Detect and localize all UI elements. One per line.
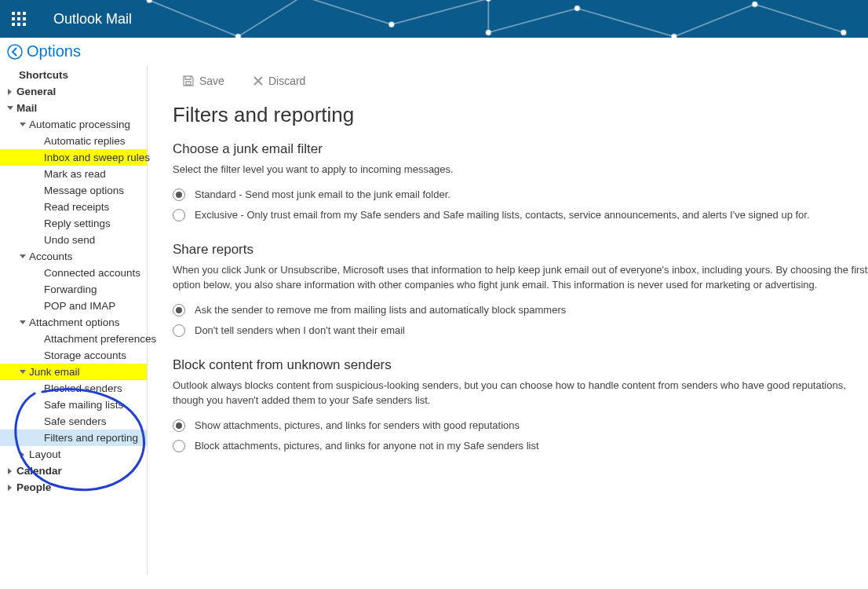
sidebar-safe-mailing-lists[interactable]: Safe mailing lists (0, 397, 147, 413)
sidebar-connected-accounts[interactable]: Connected accounts (0, 265, 147, 281)
options-back[interactable]: Options (0, 38, 868, 65)
svg-point-10 (147, 0, 151, 2)
sidebar-label: Inbox and sweep rules (44, 152, 150, 163)
waffle-icon (12, 12, 26, 26)
main-content: Save Discard Filters and reporting Choos… (148, 65, 868, 574)
sidebar-filters-reporting[interactable]: Filters and reporting (0, 430, 147, 446)
sidebar-storage-accounts[interactable]: Storage accounts (0, 347, 147, 364)
sidebar-label: Filters and reporting (44, 432, 138, 444)
back-arrow-icon (6, 43, 24, 60)
radio-standard[interactable]: Standard - Send most junk email to the j… (173, 188, 868, 201)
sidebar-label: Mail (16, 102, 37, 114)
radio-exclusive[interactable]: Exclusive - Only trust email from my Saf… (173, 209, 868, 221)
sidebar-accounts[interactable]: Accounts (0, 248, 147, 265)
header-network-decoration (141, 0, 868, 38)
sidebar-reply-settings[interactable]: Reply settings (0, 215, 147, 232)
sidebar-forwarding[interactable]: Forwarding (0, 281, 147, 298)
radio-icon (173, 419, 185, 432)
sidebar-shortcuts[interactable]: Shortcuts (0, 67, 147, 83)
svg-point-25 (753, 2, 757, 6)
radio-icon (173, 209, 185, 221)
save-button[interactable]: Save (182, 75, 224, 87)
sidebar-people[interactable]: People (0, 479, 147, 496)
caret-right-icon (6, 467, 14, 475)
sidebar-read-receipts[interactable]: Read receipts (0, 199, 147, 215)
sidebar-calendar[interactable]: Calendar (0, 463, 147, 479)
section-share-reports-heading: Share reports (173, 242, 868, 258)
sidebar-pop-imap[interactable]: POP and IMAP (0, 298, 147, 314)
svg-line-14 (303, 0, 392, 24)
sidebar-label: Connected accounts (44, 267, 140, 279)
sidebar-label: Reply settings (44, 218, 111, 229)
radio-block-show[interactable]: Show attachments, pictures, and links fo… (173, 419, 868, 432)
sidebar-junk-email[interactable]: Junk email (0, 364, 147, 380)
sidebar-label: People (16, 481, 51, 493)
sidebar-general[interactable]: General (0, 83, 147, 100)
caret-down-icon (19, 121, 27, 129)
svg-rect-4 (17, 17, 20, 20)
section-block-content-heading: Block content from unknown senders (173, 357, 868, 373)
sidebar-label: Junk email (29, 366, 80, 378)
svg-line-22 (577, 9, 673, 37)
sidebar-blocked-senders[interactable]: Blocked senders (0, 380, 147, 397)
svg-rect-6 (12, 23, 15, 26)
sidebar-inbox-sweep-rules[interactable]: Inbox and sweep rules (0, 149, 147, 166)
radio-share-dont[interactable]: Don't tell senders when I don't want the… (173, 324, 868, 337)
svg-rect-1 (17, 12, 20, 15)
svg-line-16 (392, 0, 488, 24)
caret-down-icon (6, 104, 14, 112)
svg-rect-7 (17, 23, 20, 26)
sidebar-safe-senders[interactable]: Safe senders (0, 413, 147, 430)
radio-share-ask[interactable]: Ask the sender to remove me from mailing… (173, 304, 868, 316)
sidebar-tree: Shortcuts General Mail Automatic process… (0, 65, 148, 574)
sidebar-mail[interactable]: Mail (0, 100, 147, 116)
caret-right-icon (6, 484, 14, 492)
svg-line-9 (149, 0, 238, 36)
svg-rect-0 (12, 12, 15, 15)
caret-right-icon (6, 88, 14, 96)
svg-line-12 (238, 0, 302, 37)
discard-button[interactable]: Discard (253, 75, 305, 87)
app-launcher-button[interactable] (0, 0, 38, 38)
sidebar-mark-as-read[interactable]: Mark as read (0, 166, 147, 182)
section-share-reports-desc: When you click Junk or Unsubscribe, Micr… (173, 262, 868, 293)
sidebar-label: Mark as read (44, 168, 106, 180)
svg-rect-3 (12, 17, 15, 20)
caret-right-icon (19, 451, 27, 459)
page-title: Filters and reporting (173, 103, 868, 127)
sidebar-layout[interactable]: Layout (0, 446, 147, 463)
sidebar-automatic-replies[interactable]: Automatic replies (0, 133, 147, 149)
sidebar-label: Storage accounts (44, 349, 126, 361)
svg-line-26 (755, 4, 844, 32)
radio-label: Exclusive - Only trust email from my Saf… (195, 209, 810, 221)
radio-icon (173, 188, 185, 201)
toolbar: Save Discard (173, 75, 868, 87)
svg-point-15 (389, 22, 394, 27)
sidebar-message-options[interactable]: Message options (0, 182, 147, 199)
sidebar-label: Automatic processing (29, 119, 130, 130)
sidebar-label: Read receipts (44, 201, 109, 213)
sidebar-label: POP and IMAP (44, 300, 115, 312)
sidebar-automatic-processing[interactable]: Automatic processing (0, 116, 147, 133)
radio-block-block[interactable]: Block attachments, pictures, and links f… (173, 440, 868, 452)
sidebar-label: Message options (44, 185, 124, 196)
options-label: Options (27, 42, 81, 60)
sidebar-label: Accounts (29, 251, 73, 262)
svg-point-27 (841, 30, 846, 35)
svg-point-23 (672, 34, 677, 38)
sidebar-label: Calendar (16, 465, 62, 477)
sidebar-attachment-preferences[interactable]: Attachment preferences (0, 331, 147, 347)
svg-point-21 (574, 5, 579, 10)
section-junk-filter-heading: Choose a junk email filter (173, 141, 868, 157)
radio-label: Ask the sender to remove me from mailing… (195, 304, 566, 316)
discard-label: Discard (268, 75, 305, 87)
sidebar-label: Forwarding (44, 284, 97, 295)
save-label: Save (199, 75, 224, 87)
svg-rect-5 (23, 17, 26, 20)
caret-down-icon (19, 319, 27, 327)
sidebar-undo-send[interactable]: Undo send (0, 232, 147, 248)
sidebar-label: Attachment options (29, 316, 120, 328)
sidebar-attachment-options[interactable]: Attachment options (0, 314, 147, 331)
svg-line-20 (488, 9, 577, 33)
sidebar-label: Blocked senders (44, 382, 122, 394)
